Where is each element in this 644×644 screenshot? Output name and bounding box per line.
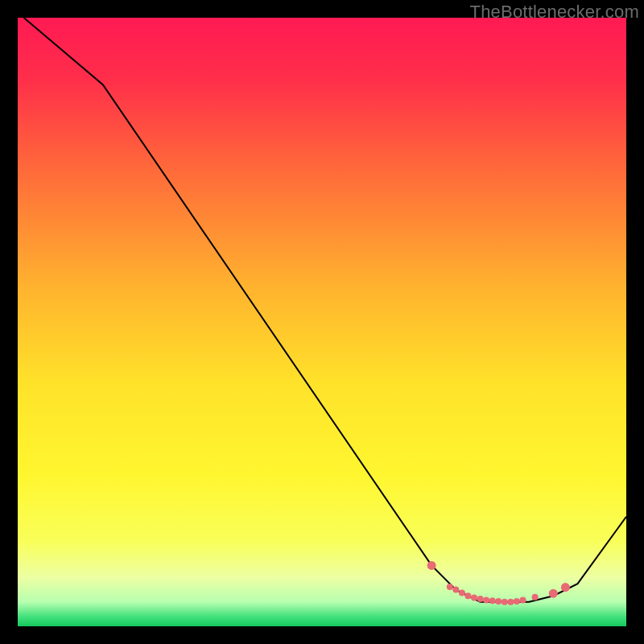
chart-frame: [18, 18, 626, 626]
data-marker: [520, 597, 526, 604]
attribution-text: TheBottlenecker.com: [470, 2, 639, 23]
gradient-background: [18, 18, 626, 626]
data-marker: [483, 597, 489, 604]
data-marker: [459, 589, 465, 596]
data-marker: [471, 595, 477, 601]
data-marker: [427, 561, 436, 570]
data-marker: [502, 599, 508, 605]
data-marker: [507, 599, 514, 605]
data-marker: [532, 594, 539, 601]
data-marker: [549, 589, 558, 598]
data-marker: [489, 597, 496, 604]
data-marker: [464, 592, 471, 599]
data-marker: [452, 587, 459, 593]
data-marker: [514, 598, 520, 605]
data-marker: [477, 596, 484, 602]
data-marker: [495, 598, 502, 605]
data-marker: [561, 583, 570, 592]
data-marker: [447, 584, 453, 590]
chart-plot: [18, 18, 626, 626]
